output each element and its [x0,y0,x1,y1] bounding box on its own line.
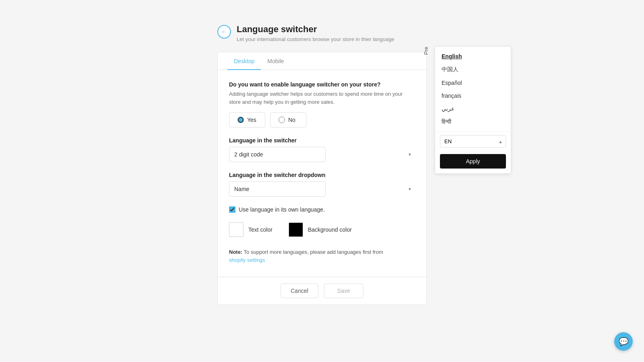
preview-select-wrap: EN ZH ES FR AR HI ▲ [440,135,506,148]
lang-item-french[interactable]: français [435,89,511,102]
preview-select-row: EN ZH ES FR AR HI ▲ [435,132,511,151]
dropdown-format-wrapper: Name Native Name 2 digit code ▾ [229,181,415,197]
dropdown-format-select[interactable]: Name Native Name 2 digit code [229,181,326,197]
bg-color-label: Background color [308,226,352,233]
own-language-row: Use language in its own language. [229,206,415,213]
card-footer: Cancel Save [218,277,426,304]
note-desc: To support more languages, please add la… [242,249,383,255]
page-header: ← Language switcher Let your internation… [217,24,427,42]
cancel-button[interactable]: Cancel [281,284,318,298]
tab-desktop[interactable]: Desktop [227,52,261,70]
back-button[interactable]: ← [217,25,231,39]
text-color-item: Text color [229,222,272,237]
dropdown-format-arrow-icon: ▾ [409,186,411,192]
dropdown-format-section: Language in the switcher dropdown Name N… [229,172,415,197]
settings-card: Desktop Mobile Do you want to enable lan… [217,52,427,305]
enable-title: Do you want to enable language switcher … [229,81,415,88]
dropdown-format-label: Language in the switcher dropdown [229,172,415,178]
radio-no[interactable]: No [270,112,306,128]
tab-mobile[interactable]: Mobile [261,52,290,70]
radio-no-label: No [288,117,295,123]
save-button[interactable]: Save [324,284,363,298]
tab-bar: Desktop Mobile [218,52,426,70]
own-language-checkbox[interactable] [229,206,235,213]
preview-lang-select[interactable]: EN ZH ES FR AR HI [440,135,506,148]
enable-section: Do you want to enable language switcher … [229,81,415,128]
page-subtitle: Let your international customers browse … [237,36,394,42]
chat-bubble[interactable]: 💬 [614,332,633,351]
card-body: Do you want to enable language switcher … [218,70,426,277]
preview-panel: Pre English 中国人 Español français عربي हि… [435,46,511,174]
own-language-label: Use language in its own language. [239,206,325,213]
page-title: Language switcher [237,24,394,35]
switcher-format-arrow-icon: ▾ [409,152,411,157]
enable-desc: Adding language switcher helps our custo… [229,90,415,106]
color-row: Text color Background color [229,222,415,237]
language-list: English 中国人 Español français عربي हिन्दी [435,47,511,132]
lang-item-english[interactable]: English [435,50,511,63]
switcher-format-label: Language in the switcher [229,137,415,144]
switcher-format-section: Language in the switcher 2 digit code Fu… [229,137,415,162]
radio-yes[interactable]: Yes [229,112,265,128]
note-label: Note: [229,249,242,255]
radio-group: Yes No [229,112,415,128]
note-section: Note: To support more languages, please … [229,248,415,264]
switcher-format-select[interactable]: 2 digit code Full name Native name [229,147,326,162]
preview-label: Pre [423,47,429,55]
radio-no-input[interactable] [279,117,285,123]
chat-icon: 💬 [619,337,629,346]
radio-yes-input[interactable] [237,117,244,123]
shopify-settings-link[interactable]: shopify settings [229,257,265,263]
radio-yes-label: Yes [247,117,256,123]
lang-item-chinese[interactable]: 中国人 [435,63,511,76]
text-color-swatch[interactable] [229,222,244,237]
lang-item-spanish[interactable]: Español [435,76,511,89]
lang-item-hindi[interactable]: हिन्दी [435,115,511,128]
bg-color-swatch[interactable] [289,222,303,237]
switcher-format-wrapper: 2 digit code Full name Native name ▾ [229,147,415,162]
lang-item-arabic[interactable]: عربي [435,102,511,115]
back-icon: ← [221,28,227,35]
apply-button[interactable]: Apply [440,154,506,169]
text-color-label: Text color [248,226,272,233]
bg-color-item: Background color [289,222,352,237]
